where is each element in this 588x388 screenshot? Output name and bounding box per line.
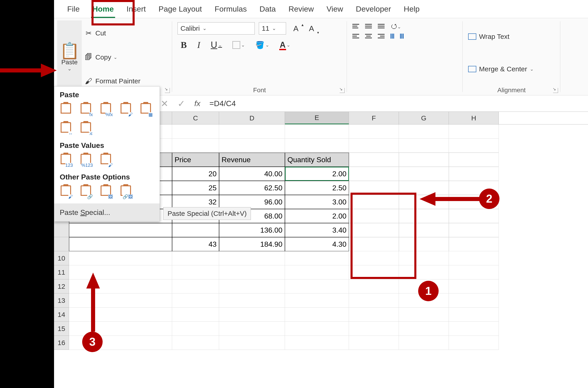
row-header[interactable]: 15 [54,322,69,336]
cell[interactable] [219,336,285,350]
cell-price[interactable]: 20 [172,167,219,181]
cell[interactable] [219,293,285,308]
cell[interactable] [449,167,499,181]
cell[interactable] [349,293,399,308]
paste-option-no-borders[interactable]: ▦ [140,103,152,116]
fx-icon[interactable]: fx [194,99,200,108]
row-header[interactable] [54,223,69,237]
cell[interactable] [349,139,399,153]
cancel-formula-button[interactable]: ✕ [161,98,168,109]
row-header[interactable]: 11 [54,265,69,279]
cell[interactable] [399,308,449,322]
tab-page-layout[interactable]: Page Layout [152,0,208,18]
cell[interactable] [399,322,449,336]
cell-qty[interactable]: 4.30 [285,237,349,251]
cell[interactable] [399,336,449,350]
orientation-button[interactable]: ⭯⌄ [390,22,401,30]
cell[interactable] [69,237,172,251]
cell-revenue[interactable]: 136.00 [219,223,285,237]
cell[interactable] [449,336,499,350]
cell[interactable] [219,139,285,153]
tab-help[interactable]: Help [397,0,426,18]
row-header[interactable]: 12 [54,279,69,293]
row-header[interactable]: 14 [54,308,69,322]
cell[interactable] [449,308,499,322]
cell[interactable] [172,293,219,308]
cell-price[interactable]: 25 [172,181,219,195]
cell[interactable] [349,336,399,350]
tab-view[interactable]: View [320,0,349,18]
cell[interactable] [69,251,172,265]
cell[interactable] [449,139,499,153]
cell[interactable] [172,308,219,322]
cell[interactable] [449,322,499,336]
cell[interactable] [399,167,449,181]
column-qty-header[interactable]: Quantity Sold [285,153,349,167]
cell[interactable] [172,336,219,350]
alignment-dialog-launcher[interactable] [553,88,558,93]
decrease-indent-button[interactable] [390,34,394,39]
paste-option-formulas-number[interactable]: %fx [100,103,112,116]
italic-button[interactable]: I [194,38,204,51]
col-header-g[interactable]: G [399,112,449,124]
cell[interactable] [349,167,399,181]
chevron-down-icon[interactable]: ⌄ [68,66,71,72]
underline-button[interactable]: U⌄ [207,38,225,51]
cell-revenue[interactable]: 96.00 [219,195,285,209]
cell[interactable] [285,279,349,293]
format-painter-button[interactable]: 🖌 Format Painter [84,77,140,85]
cell[interactable] [172,251,219,265]
merge-center-button[interactable]: Merge & Center ⌄ [466,64,557,74]
cell[interactable] [349,153,399,167]
cell[interactable] [285,251,349,265]
cell-qty[interactable]: 2.50 [285,181,349,195]
cell-price[interactable]: 43 [172,237,219,251]
cell-revenue[interactable]: 40.00 [219,167,285,181]
font-size-combo[interactable]: 11 ⌄ [259,22,286,35]
cell[interactable] [449,251,499,265]
align-middle-button[interactable] [365,24,372,28]
cell[interactable] [285,293,349,308]
wrap-text-button[interactable]: Wrap Text [466,32,557,41]
cell[interactable] [172,322,219,336]
align-bottom-button[interactable] [378,24,384,28]
paste-option-transpose[interactable]: ⤮ [80,122,92,135]
column-price-header[interactable]: Price [172,153,219,167]
cell[interactable] [285,124,349,139]
formula-input[interactable]: =D4/C4 [209,99,236,108]
cell-price[interactable] [172,223,219,237]
font-dialog-launcher[interactable] [340,88,345,93]
cell[interactable] [219,322,285,336]
cell[interactable] [219,279,285,293]
tab-file[interactable]: File [61,0,86,18]
tab-data[interactable]: Data [253,0,282,18]
cell[interactable] [399,124,449,139]
col-header-f[interactable]: F [349,112,399,124]
cut-button[interactable]: ✂ Cut [84,29,140,37]
cell[interactable] [219,308,285,322]
cell[interactable] [449,279,499,293]
tab-formulas[interactable]: Formulas [208,0,253,18]
cell[interactable] [285,139,349,153]
increase-indent-button[interactable] [400,34,404,39]
cell[interactable] [349,279,399,293]
cell-price[interactable]: 32 [172,195,219,209]
cell-revenue[interactable]: 184.90 [219,237,285,251]
cell[interactable] [285,336,349,350]
cell[interactable] [172,279,219,293]
paste-option-link[interactable]: 🔗 [80,185,92,198]
cell[interactable] [449,237,499,251]
paste-option-picture[interactable]: 🖼 [100,185,112,198]
paste-option-values-number[interactable]: %123 [80,154,92,167]
cell[interactable] [219,124,285,139]
tab-developer[interactable]: Developer [349,0,397,18]
font-color-button[interactable]: A⌄ [276,39,294,51]
cell[interactable] [219,251,285,265]
row-header[interactable] [54,237,69,251]
increase-font-button[interactable]: A [290,23,302,34]
paste-option-keep-formatting[interactable]: 🖌 [120,103,132,116]
borders-button[interactable]: ⌄ [229,40,248,50]
cell[interactable] [349,124,399,139]
cell[interactable] [449,209,499,223]
col-header-d[interactable]: D [219,112,285,124]
